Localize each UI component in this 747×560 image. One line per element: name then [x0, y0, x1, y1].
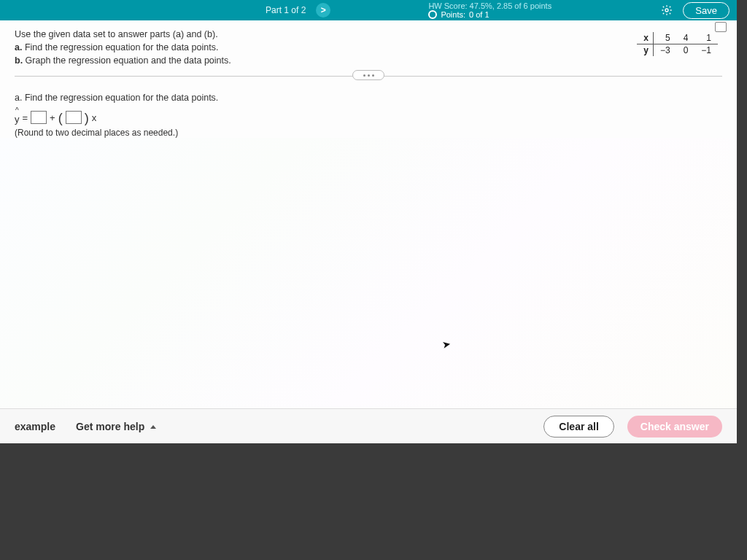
hw-score-text: HW Score: 47.5%, 2.85 of 6 points: [428, 1, 551, 10]
x-val-2: 1: [694, 32, 718, 44]
assignment-header: Part 1 of 2 > HW Score: 47.5%, 2.85 of 6…: [0, 0, 737, 20]
close-paren: ): [85, 113, 89, 123]
clear-all-button[interactable]: Clear all: [543, 416, 614, 438]
copy-icon[interactable]: [716, 23, 727, 32]
part-a-text: Find the regression equation for the dat…: [25, 42, 218, 52]
points-label: Points:: [441, 10, 465, 19]
expand-handle[interactable]: [352, 70, 384, 80]
gear-icon[interactable]: [661, 4, 673, 16]
svg-point-0: [665, 9, 668, 12]
y-val-0: −3: [653, 44, 676, 57]
score-block: HW Score: 47.5%, 2.85 of 6 points Points…: [428, 1, 551, 19]
get-more-help-label: Get more help: [76, 421, 144, 432]
x-val-0: 5: [653, 32, 676, 44]
part-a-label: a.: [15, 42, 22, 52]
y-val-2: −1: [694, 44, 718, 57]
points-status-icon: [428, 10, 437, 19]
save-button[interactable]: Save: [683, 2, 729, 19]
cursor-icon: ➤: [441, 338, 452, 351]
table-row: x 5 4 1: [637, 32, 718, 44]
part-indicator: Part 1 of 2: [266, 5, 306, 15]
problem-statement: Use the given data set to answer parts (…: [0, 20, 737, 77]
plus-sign: +: [50, 112, 55, 123]
example-link[interactable]: example: [15, 421, 55, 432]
intercept-input[interactable]: [31, 111, 47, 124]
part-b-label: b.: [15, 55, 23, 66]
part-b-text: Graph the regression equation and the da…: [26, 55, 231, 66]
footer-bar: example Get more help Clear all Check an…: [0, 408, 737, 443]
equals-sign: =: [23, 112, 28, 123]
part-a-section: a. Find the regression equation for the …: [0, 77, 737, 138]
get-more-help-link[interactable]: Get more help: [76, 421, 156, 432]
next-part-button[interactable]: >: [316, 3, 330, 18]
slope-input[interactable]: [66, 111, 82, 124]
regression-equation: y = + ( ) x: [15, 110, 722, 125]
y-row-label: y: [637, 44, 653, 57]
y-hat-symbol: y: [15, 110, 20, 125]
points-value: 0 of 1: [469, 10, 489, 19]
caret-up-icon: [150, 425, 156, 429]
open-paren: (: [58, 113, 63, 123]
rounding-note: (Round to two decimal places as needed.): [15, 128, 722, 138]
workspace-area: [0, 138, 737, 408]
x-val-1: 4: [677, 32, 695, 44]
y-val-1: 0: [677, 44, 695, 57]
check-answer-button[interactable]: Check answer: [627, 416, 722, 438]
problem-intro: Use the given data set to answer parts (…: [15, 28, 423, 41]
part-a-prompt: a. Find the regression equation for the …: [15, 93, 722, 103]
data-table: x 5 4 1 y −3 0 −1: [637, 32, 718, 56]
table-row: y −3 0 −1: [637, 44, 718, 57]
x-row-label: x: [637, 32, 653, 44]
x-variable: x: [92, 112, 97, 123]
